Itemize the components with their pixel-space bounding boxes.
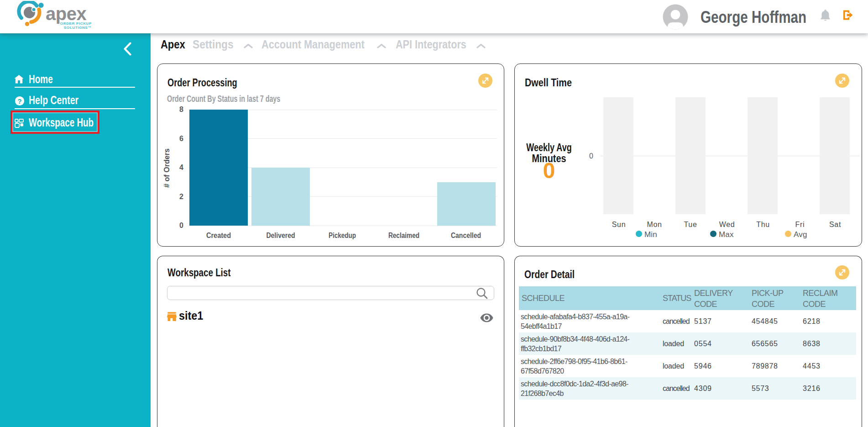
svg-text:ORDER PICKUP: ORDER PICKUP xyxy=(60,21,92,26)
svg-text:?: ? xyxy=(18,98,22,105)
svg-text:apex: apex xyxy=(46,4,86,24)
svg-text:SOLUTIONS™: SOLUTIONS™ xyxy=(64,26,92,30)
